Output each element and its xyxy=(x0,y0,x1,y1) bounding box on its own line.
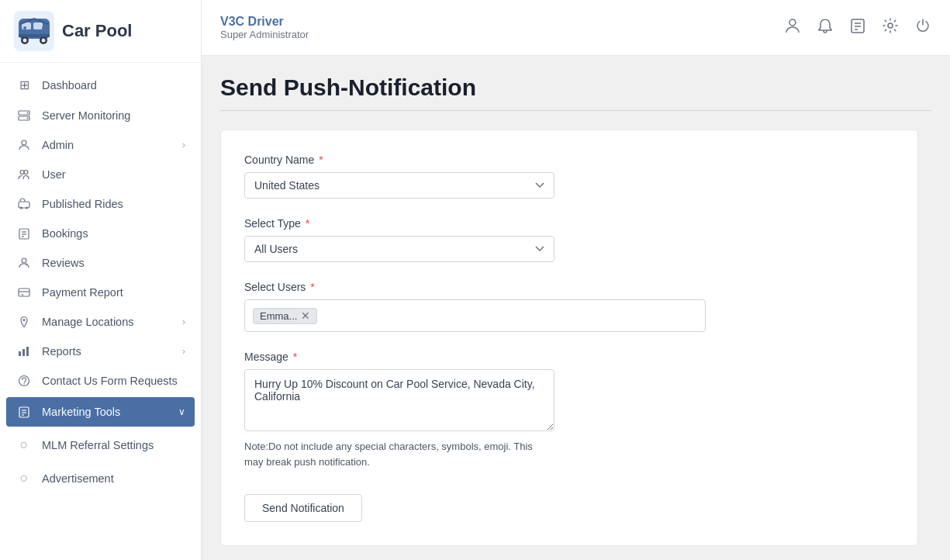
sidebar-item-contact-us[interactable]: Contact Us Form Requests xyxy=(0,366,201,396)
sidebar-item-label: Advertisement xyxy=(42,472,114,485)
topbar-username: V3C Driver xyxy=(220,15,309,29)
svg-point-7 xyxy=(42,39,46,43)
sidebar-item-manage-locations[interactable]: Manage Locations › xyxy=(0,307,201,337)
page-divider xyxy=(220,110,931,111)
page-title: Send Push-Notification xyxy=(220,74,931,101)
admin-arrow-icon: › xyxy=(182,140,185,150)
published-rides-icon xyxy=(16,198,33,210)
sidebar-item-server-monitoring[interactable]: Server Monitoring xyxy=(0,101,201,130)
country-name-label: Country Name * xyxy=(244,154,894,166)
user-tag-emma: Emma... ✕ xyxy=(253,308,317,324)
sidebar-item-payment-report[interactable]: Payment Report xyxy=(0,278,201,307)
sidebar-item-label: Manage Locations xyxy=(42,316,134,328)
message-textarea[interactable]: Hurry Up 10% Discount on Car Pool Servic… xyxy=(244,369,554,431)
svg-point-16 xyxy=(20,171,24,175)
message-note: Note:Do not include any special characte… xyxy=(244,439,554,469)
manage-locations-arrow-icon: › xyxy=(182,316,185,327)
sidebar-item-advertisement[interactable]: ○ Advertisement xyxy=(0,461,201,495)
admin-icon xyxy=(16,139,33,151)
select-users-tag-input[interactable]: Emma... ✕ xyxy=(244,299,706,332)
sidebar-item-label: Bookings xyxy=(42,227,88,240)
app-title: Car Pool xyxy=(62,21,132,41)
bookings-icon xyxy=(16,227,33,240)
svg-rect-18 xyxy=(19,202,29,208)
svg-point-9 xyxy=(23,26,26,29)
payment-report-icon xyxy=(16,286,33,299)
select-users-group: Select Users * Emma... ✕ xyxy=(244,281,894,332)
sidebar-item-user[interactable]: User xyxy=(0,160,201,189)
svg-point-34 xyxy=(23,383,25,385)
sidebar-item-label: Published Rides xyxy=(42,198,123,210)
marketing-tools-arrow-icon: ∨ xyxy=(178,406,185,417)
alert-icon[interactable] xyxy=(817,17,834,38)
profile-icon[interactable] xyxy=(784,17,801,38)
message-label: Message * xyxy=(244,351,894,363)
reports-arrow-icon: › xyxy=(182,346,185,357)
svg-point-14 xyxy=(27,118,29,119)
topbar-user-info: V3C Driver Super Administrator xyxy=(220,15,309,40)
contact-us-icon xyxy=(16,375,33,387)
reports-icon xyxy=(16,345,33,358)
svg-rect-31 xyxy=(22,349,25,356)
power-icon[interactable] xyxy=(914,17,931,38)
user-icon xyxy=(16,168,33,181)
select-type-select[interactable]: All Users Drivers Passengers xyxy=(244,236,554,262)
topbar-actions xyxy=(784,17,931,38)
advertisement-icon: ○ xyxy=(16,470,33,486)
message-group: Message * Hurry Up 10% Discount on Car P… xyxy=(244,351,894,469)
svg-point-44 xyxy=(888,23,893,28)
sidebar-item-bookings[interactable]: Bookings xyxy=(0,219,201,248)
page-content-area: Send Push-Notification Country Name * Un… xyxy=(202,56,950,560)
svg-point-25 xyxy=(22,258,26,263)
type-required-star: * xyxy=(302,217,309,230)
svg-point-13 xyxy=(27,112,29,114)
sidebar-item-label: Payment Report xyxy=(42,286,123,299)
reviews-icon xyxy=(16,257,33,269)
svg-rect-32 xyxy=(26,347,29,356)
sidebar-item-label: MLM Referral Settings xyxy=(42,439,154,451)
sidebar-navigation: ⊞ Dashboard Server Monitoring Admin › Us… xyxy=(0,63,201,501)
country-name-select[interactable]: United States Canada United Kingdom Aust… xyxy=(244,172,554,199)
topbar: V3C Driver Super Administrator xyxy=(202,0,950,56)
country-name-group: Country Name * United States Canada Unit… xyxy=(244,154,894,199)
sidebar-item-dashboard[interactable]: ⊞ Dashboard xyxy=(0,69,201,101)
sidebar-logo: Car Pool xyxy=(0,0,201,63)
sidebar-item-reports[interactable]: Reports › xyxy=(0,337,201,366)
car-pool-logo-icon xyxy=(14,11,54,51)
country-required-star: * xyxy=(316,154,323,166)
svg-point-39 xyxy=(789,19,796,26)
user-tag-remove[interactable]: ✕ xyxy=(301,310,310,321)
main-content: V3C Driver Super Administrator Send Push… xyxy=(202,0,950,560)
svg-point-15 xyxy=(22,140,26,145)
mlm-referral-icon: ○ xyxy=(16,437,33,453)
sidebar-item-admin[interactable]: Admin › xyxy=(0,130,201,160)
settings-icon[interactable] xyxy=(882,17,899,38)
push-notification-form-card: Country Name * United States Canada Unit… xyxy=(220,130,918,546)
sidebar-item-label: User xyxy=(42,168,66,181)
sidebar-item-published-rides[interactable]: Published Rides xyxy=(0,189,201,219)
sidebar-item-label: Reviews xyxy=(42,257,85,269)
svg-point-10 xyxy=(42,26,45,29)
sidebar-item-label: Admin xyxy=(42,139,74,151)
sidebar: Car Pool ⊞ Dashboard Server Monitoring A… xyxy=(0,0,202,560)
svg-point-17 xyxy=(24,171,28,175)
users-required-star: * xyxy=(307,281,314,293)
sidebar-item-marketing-tools[interactable]: Marketing Tools ∨ xyxy=(6,397,195,427)
svg-rect-3 xyxy=(33,22,43,29)
svg-point-29 xyxy=(23,319,26,321)
svg-point-20 xyxy=(26,207,28,209)
send-notification-button[interactable]: Send Notification xyxy=(244,494,362,522)
sidebar-item-reviews[interactable]: Reviews xyxy=(0,248,201,278)
sidebar-item-label: Marketing Tools xyxy=(42,406,120,418)
svg-rect-26 xyxy=(19,289,29,296)
svg-rect-30 xyxy=(19,351,21,356)
topbar-role: Super Administrator xyxy=(220,29,309,40)
svg-rect-8 xyxy=(19,34,50,37)
select-type-label: Select Type * xyxy=(244,217,894,230)
svg-point-6 xyxy=(23,39,27,43)
notes-icon[interactable] xyxy=(849,17,866,38)
sidebar-item-label: Contact Us Form Requests xyxy=(42,375,178,387)
sidebar-item-mlm-referral[interactable]: ○ MLM Referral Settings xyxy=(0,428,201,461)
sidebar-item-label: Reports xyxy=(42,345,81,358)
select-users-label: Select Users * xyxy=(244,281,894,293)
